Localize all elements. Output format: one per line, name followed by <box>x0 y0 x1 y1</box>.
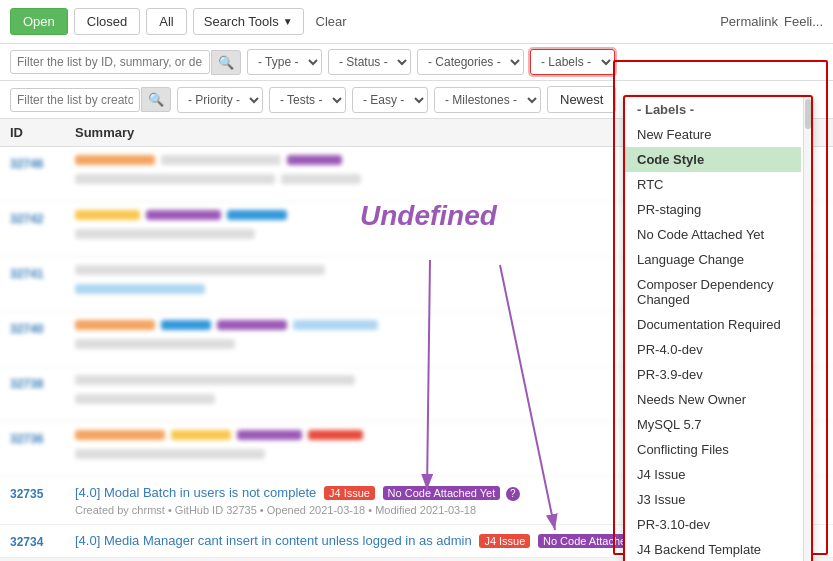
labels-filter[interactable]: - Labels - <box>530 49 615 75</box>
dropdown-item-j3-issue[interactable]: J3 Issue <box>625 487 801 512</box>
id-summary-filter-input[interactable] <box>10 50 210 74</box>
dropdown-item-pr-39-dev[interactable]: PR-3.9-dev <box>625 362 801 387</box>
type-filter[interactable]: - Type - <box>247 49 322 75</box>
dropdown-item-no-code[interactable]: No Code Attached Yet <box>625 222 801 247</box>
page-container: Open Closed All Search Tools ▼ Clear Per… <box>0 0 833 561</box>
dropdown-item-needs-owner[interactable]: Needs New Owner <box>625 387 801 412</box>
feeling-button[interactable]: Feeli... <box>784 14 823 29</box>
nca-tag-32735: No Code Attached Yet <box>383 486 501 500</box>
permalink-button[interactable]: Permalink <box>720 14 778 29</box>
dropdown-item-j4-backend[interactable]: J4 Backend Template <box>625 537 801 561</box>
priority-filter[interactable]: - Priority - <box>177 87 263 113</box>
open-button[interactable]: Open <box>10 8 68 35</box>
caret-icon: ▼ <box>283 16 293 27</box>
issue-title-32735[interactable]: [4.0] Modal Batch in users is not comple… <box>75 485 316 500</box>
issue-title-32734[interactable]: [4.0] Media Manager cant insert in conte… <box>75 533 472 548</box>
j4-issue-tag-32734: J4 Issue <box>479 534 530 548</box>
newest-button[interactable]: Newest <box>547 86 616 113</box>
status-filter[interactable]: - Status - <box>328 49 411 75</box>
dropdown-item-documentation[interactable]: Documentation Required <box>625 312 801 337</box>
milestones-filter[interactable]: - Milestones - <box>434 87 541 113</box>
dropdown-item-pr-40-dev[interactable]: PR-4.0-dev <box>625 337 801 362</box>
col-id-header: ID <box>10 125 65 140</box>
help-icon-32735[interactable]: ? <box>506 487 520 501</box>
dropdown-item-labels[interactable]: - Labels - <box>625 97 801 122</box>
easy-filter[interactable]: - Easy - <box>352 87 428 113</box>
dropdown-item-pr-310-dev[interactable]: PR-3.10-dev <box>625 512 801 537</box>
dropdown-scroll-thumb[interactable] <box>805 99 811 129</box>
dropdown-item-rtc[interactable]: RTC <box>625 172 801 197</box>
dropdown-item-mysql[interactable]: MySQL 5.7 <box>625 412 801 437</box>
dropdown-item-code-style[interactable]: Code Style <box>625 147 801 172</box>
dropdown-item-conflicting[interactable]: Conflicting Files <box>625 437 801 462</box>
dropdown-scrollbar[interactable] <box>803 97 811 561</box>
search-icon-2[interactable]: 🔍 <box>141 87 171 112</box>
search-tools-button[interactable]: Search Tools ▼ <box>193 8 304 35</box>
categories-filter[interactable]: - Categories - <box>417 49 524 75</box>
filter-row-1: 🔍 - Type - - Status - - Categories - - L… <box>0 44 833 81</box>
dropdown-item-pr-staging[interactable]: PR-staging <box>625 197 801 222</box>
clear-button[interactable]: Clear <box>310 9 353 34</box>
creator-filter-input[interactable] <box>10 88 140 112</box>
all-button[interactable]: All <box>146 8 186 35</box>
closed-button[interactable]: Closed <box>74 8 140 35</box>
j4-issue-tag-32735: J4 Issue <box>324 486 375 500</box>
dropdown-item-j4-issue[interactable]: J4 Issue <box>625 462 801 487</box>
toolbar: Open Closed All Search Tools ▼ Clear Per… <box>0 0 833 44</box>
dropdown-item-new-feature[interactable]: New Feature <box>625 122 801 147</box>
dropdown-item-composer[interactable]: Composer Dependency Changed <box>625 272 801 312</box>
tests-filter[interactable]: - Tests - <box>269 87 346 113</box>
labels-dropdown: - Labels - New Feature Code Style RTC PR… <box>623 95 813 561</box>
search-icon-1[interactable]: 🔍 <box>211 50 241 75</box>
dropdown-item-language-change[interactable]: Language Change <box>625 247 801 272</box>
